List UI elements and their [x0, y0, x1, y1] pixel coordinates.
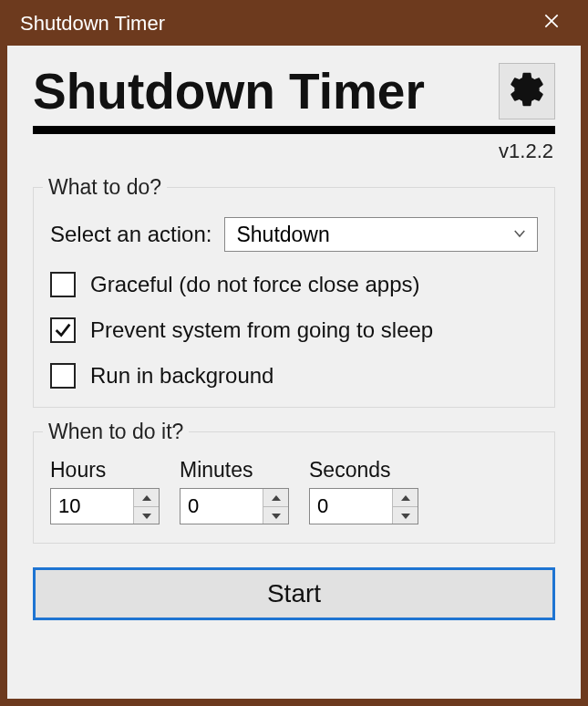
- caret-up-icon: [142, 489, 151, 505]
- window-title: Shutdown Timer: [20, 12, 165, 36]
- seconds-label: Seconds: [309, 458, 418, 483]
- hours-stepper: [133, 489, 159, 524]
- action-label: Select an action:: [50, 222, 211, 247]
- checkbox-row-graceful: Graceful (do not force close apps): [50, 272, 538, 297]
- hours-column: Hours: [50, 458, 160, 524]
- minutes-stepper: [263, 489, 288, 524]
- checkbox-prevent-sleep[interactable]: [50, 317, 76, 343]
- close-button[interactable]: [533, 9, 570, 38]
- seconds-down-button[interactable]: [393, 507, 418, 524]
- header-row: Shutdown Timer: [33, 62, 555, 120]
- hours-input[interactable]: [51, 489, 133, 524]
- start-button[interactable]: Start: [33, 567, 555, 620]
- caret-down-icon: [142, 507, 151, 524]
- seconds-input[interactable]: [310, 489, 392, 524]
- seconds-stepper: [392, 489, 418, 524]
- group-when-to-do: When to do it? Hours Minutes: [33, 431, 555, 544]
- checkbox-background-label: Run in background: [90, 363, 273, 389]
- group-when-legend: When to do it?: [43, 420, 189, 444]
- content-area: Shutdown Timer v1.2.2 What to do? Select…: [7, 46, 581, 699]
- minutes-column: Minutes: [180, 458, 289, 524]
- hours-down-button[interactable]: [134, 507, 159, 524]
- checkbox-graceful[interactable]: [50, 272, 76, 297]
- close-icon: [542, 12, 561, 36]
- settings-button[interactable]: [499, 63, 555, 119]
- checkbox-graceful-label: Graceful (do not force close apps): [90, 272, 420, 297]
- caret-up-icon: [272, 489, 281, 505]
- seconds-spinner[interactable]: [309, 488, 418, 524]
- checkbox-row-background: Run in background: [50, 363, 538, 389]
- seconds-up-button[interactable]: [393, 489, 418, 507]
- seconds-column: Seconds: [309, 458, 418, 524]
- caret-up-icon: [401, 489, 410, 505]
- version-label: v1.2.2: [33, 140, 555, 163]
- minutes-up-button[interactable]: [263, 489, 288, 507]
- group-what-legend: What to do?: [43, 175, 167, 200]
- checkbox-row-prevent-sleep: Prevent system from going to sleep: [50, 317, 538, 343]
- caret-down-icon: [272, 507, 281, 524]
- start-button-label: Start: [267, 579, 321, 608]
- chevron-down-icon: [511, 223, 528, 247]
- titlebar: Shutdown Timer: [7, 7, 581, 46]
- timer-row: Hours Minutes: [50, 458, 538, 524]
- hours-up-button[interactable]: [134, 489, 159, 507]
- hours-label: Hours: [50, 458, 160, 483]
- action-select-value: Shutdown: [236, 223, 329, 247]
- app-title: Shutdown Timer: [33, 62, 425, 120]
- checkbox-prevent-sleep-label: Prevent system from going to sleep: [90, 317, 433, 343]
- minutes-down-button[interactable]: [263, 507, 288, 524]
- spacer: [33, 620, 555, 677]
- minutes-input[interactable]: [181, 489, 263, 524]
- action-select[interactable]: Shutdown: [224, 217, 538, 252]
- gear-icon: [507, 69, 547, 113]
- minutes-spinner[interactable]: [180, 488, 289, 524]
- app-window: Shutdown Timer Shutdown Timer v1.2.2 Wha…: [0, 0, 588, 706]
- action-row: Select an action: Shutdown: [50, 217, 538, 252]
- group-what-to-do: What to do? Select an action: Shutdown G…: [33, 187, 555, 408]
- header-divider: [33, 126, 555, 134]
- hours-spinner[interactable]: [50, 488, 160, 524]
- minutes-label: Minutes: [180, 458, 289, 483]
- checkbox-background[interactable]: [50, 363, 76, 389]
- caret-down-icon: [401, 507, 410, 524]
